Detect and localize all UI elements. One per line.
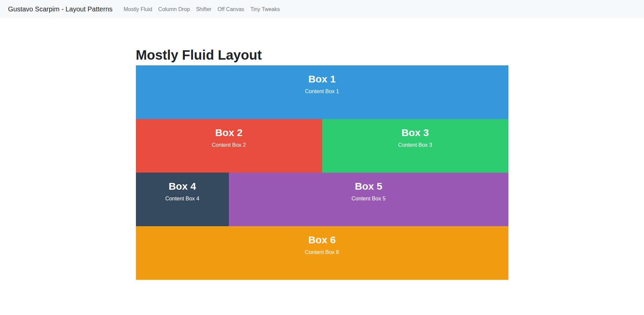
box-3: Box 3 Content Box 3 [322, 119, 508, 173]
box-5-title: Box 5 [229, 180, 508, 193]
box-4-title: Box 4 [136, 180, 229, 193]
box-6-content: Content Box 6 [136, 249, 508, 256]
main-container: Mostly Fluid Layout Box 1 Content Box 1 … [136, 47, 508, 280]
top-navbar: Gustavo Scarpim - Layout Patterns Mostly… [0, 0, 644, 18]
nav-link-off-canvas[interactable]: Off Canvas [214, 4, 247, 15]
nav-link-column-drop[interactable]: Column Drop [155, 4, 193, 15]
box-1-title: Box 1 [136, 73, 508, 85]
nav-link-tiny-tweaks[interactable]: Tiny Tweaks [247, 4, 283, 15]
box-grid: Box 1 Content Box 1 Box 2 Content Box 2 … [136, 65, 508, 280]
box-6-title: Box 6 [136, 234, 508, 246]
box-3-content: Content Box 3 [322, 142, 508, 149]
box-1: Box 1 Content Box 1 [136, 65, 508, 119]
box-6: Box 6 Content Box 6 [136, 226, 508, 280]
box-5-content: Content Box 5 [229, 195, 508, 202]
box-2: Box 2 Content Box 2 [136, 119, 322, 173]
nav-link-shifter[interactable]: Shifter [193, 4, 214, 15]
navbar-links: Mostly Fluid Column Drop Shifter Off Can… [120, 4, 283, 15]
box-4: Box 4 Content Box 4 [136, 173, 229, 226]
nav-link-mostly-fluid[interactable]: Mostly Fluid [120, 4, 155, 15]
box-2-content: Content Box 2 [136, 142, 322, 149]
navbar-brand[interactable]: Gustavo Scarpim - Layout Patterns [8, 5, 112, 13]
box-4-content: Content Box 4 [136, 195, 229, 202]
box-1-content: Content Box 1 [136, 88, 508, 95]
box-3-title: Box 3 [322, 126, 508, 139]
box-2-title: Box 2 [136, 126, 322, 139]
page-title: Mostly Fluid Layout [136, 47, 508, 63]
box-5: Box 5 Content Box 5 [229, 173, 508, 226]
